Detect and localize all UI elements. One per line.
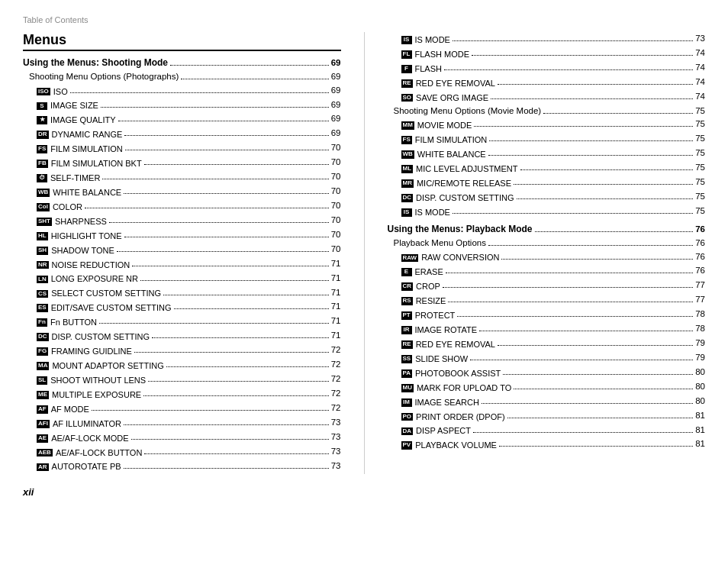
flash-icon: F xyxy=(401,65,412,73)
page-num: 73 xyxy=(695,32,705,46)
toc-label: MM MOVIE MODE xyxy=(401,119,472,132)
page-num: 75 xyxy=(695,161,705,175)
toc-is-mode-1: IS IS MODE 73 xyxy=(388,32,706,47)
toc-label: AF AF MODE xyxy=(37,403,89,416)
shadow-tone-icon: SH xyxy=(37,247,48,255)
page-num: 78 xyxy=(695,322,705,336)
color-icon: Col xyxy=(37,203,50,211)
toc-label: E ERASE xyxy=(401,266,443,279)
dots xyxy=(448,302,693,302)
toc-label: RE RED EYE REMOVAL xyxy=(401,77,495,90)
multiple-exposure-icon: ME xyxy=(37,391,49,399)
toc-label: AEB AE/AF-LOCK BUTTON xyxy=(37,447,142,460)
toc-label: SHT SHARPNESS xyxy=(37,215,107,228)
toc-playback-menu-options: Playback Menu Options 76 xyxy=(388,237,706,250)
toc-mic-level-adjustment: ML MIC LEVEL ADJUSTMENT 75 xyxy=(388,161,706,176)
toc-white-balance-movie: WB WHITE BALANCE 75 xyxy=(388,147,706,161)
page-num: 74 xyxy=(695,47,705,60)
dots xyxy=(443,287,693,288)
dots xyxy=(446,273,693,273)
toc-slide-show: SS SLIDE SHOW 79 xyxy=(388,351,706,366)
left-column: Menus Using the Menus: Shooting Mode 69 … xyxy=(23,32,341,474)
page-num: 69 xyxy=(331,56,341,70)
dots xyxy=(144,453,328,454)
dots xyxy=(181,79,328,79)
toc-self-timer: ⏱ SELF-TIMER 70 xyxy=(23,170,341,185)
toc-label: MU MARK FOR UPLOAD TO xyxy=(401,382,512,395)
dots xyxy=(514,184,693,185)
page-num: 70 xyxy=(331,243,341,256)
toc-image-size: S IMAGE SIZE 69 xyxy=(23,98,341,113)
disp-aspect-icon: DA xyxy=(401,427,414,436)
toc-mark-for-upload: MU MARK FOR UPLOAD TO 80 xyxy=(388,380,706,395)
toc-label: S IMAGE SIZE xyxy=(37,99,98,112)
toc-color: Col COLOR 70 xyxy=(23,199,341,214)
toc-label: ML MIC LEVEL ADJUSTMENT xyxy=(401,163,518,176)
select-custom-setting-icon: CS xyxy=(37,290,48,298)
image-search-icon: IM xyxy=(401,398,412,407)
page-num: 73 xyxy=(331,460,341,473)
toc-red-eye-removal-1: RE RED EYE REMOVAL 74 xyxy=(388,76,706,90)
toc-white-balance: WB WHITE BALANCE 70 xyxy=(23,185,341,199)
page-num: 71 xyxy=(331,315,341,328)
dots xyxy=(503,374,693,375)
dots xyxy=(124,468,329,469)
print-order-icon: PO xyxy=(401,413,414,421)
edit-save-custom-setting-icon: ES xyxy=(37,304,48,312)
toc-label: DC DISP. CUSTOM SETTING xyxy=(37,331,150,344)
toc-movie-mode: MM MOVIE MODE 75 xyxy=(388,118,706,132)
crop-icon: CR xyxy=(401,282,414,291)
dots xyxy=(453,213,693,214)
right-column: IS IS MODE 73 FL FLASH MODE 74 F FLASH 7… xyxy=(388,32,706,474)
page-footer: xii xyxy=(23,486,705,498)
autorotate-pb-icon: AR xyxy=(37,463,49,472)
toc-label: ★ IMAGE QUALITY xyxy=(37,114,116,127)
iso-icon: ISO xyxy=(37,88,50,96)
toc-label: LN LONG EXPOSURE NR xyxy=(37,273,138,286)
dots xyxy=(140,280,329,281)
toc-label: PV PLAYBACK VOLUME xyxy=(401,439,497,452)
toc-is-mode-movie: IS IS MODE 75 xyxy=(388,205,706,219)
toc-disp-custom-setting: DC DISP. CUSTOM SETTING 71 xyxy=(23,329,341,344)
toc-flash-mode: FL FLASH MODE 74 xyxy=(388,47,706,61)
dots xyxy=(85,208,329,208)
page-num: 73 xyxy=(331,445,341,459)
page-num: 70 xyxy=(331,141,341,155)
dots xyxy=(132,266,328,266)
toc-framing-guideline: FG FRAMING GUIDLINE 72 xyxy=(23,344,341,358)
toc-long-exposure-nr: LN LONG EXPOSURE NR 71 xyxy=(23,272,341,286)
toc-label: PO PRINT ORDER (DPOF) xyxy=(401,411,505,424)
toc-film-sim: FS FILM SIMULATION 70 xyxy=(23,141,341,156)
dots xyxy=(498,84,693,85)
toc-crop: CR CROP 77 xyxy=(388,279,706,293)
toc-noise-reduction: NR NOISE REDUCTION 71 xyxy=(23,257,341,272)
toc-label: AFI AF ILLUMINATOR xyxy=(37,418,121,431)
toc-disp-custom-setting-movie: DC DISP. CUSTOM SETTING 75 xyxy=(388,190,706,205)
toc-entry-shooting-mode: Using the Menus: Shooting Mode 69 xyxy=(23,56,341,70)
page-num: 70 xyxy=(331,228,341,242)
dots xyxy=(499,446,693,447)
page-num: 69 xyxy=(331,70,341,84)
page-num: 76 xyxy=(695,264,705,278)
page-num: 69 xyxy=(331,84,341,98)
toc-label: FS FILM SIMULATION xyxy=(401,134,488,147)
page-num: 80 xyxy=(695,380,705,394)
page-num: 73 xyxy=(331,431,341,444)
toc-label: IR IMAGE ROTATE xyxy=(401,324,478,337)
dots xyxy=(102,179,328,179)
flash-mode-icon: FL xyxy=(401,50,412,59)
toc-label: SS SLIDE SHOW xyxy=(401,353,469,366)
page-num: 76 xyxy=(695,237,705,250)
dots xyxy=(124,193,329,194)
dots xyxy=(101,107,329,108)
image-rotate-icon: IR xyxy=(401,326,412,334)
dots xyxy=(163,295,329,295)
page-num: 72 xyxy=(331,344,341,357)
toc-ae-af-lock-mode: AE AE/AF-LOCK MODE 73 xyxy=(23,431,341,445)
toc-multiple-exposure: ME MULTIPLE EXPOSURE 72 xyxy=(23,387,341,402)
film-sim-bkt-icon: FB xyxy=(37,160,48,168)
page-num: 75 xyxy=(695,105,705,118)
page-num: 69 xyxy=(331,127,341,140)
toc-save-org-image: SO SAVE ORG IMAGE 74 xyxy=(388,90,706,105)
toc-mount-adaptor: MA MOUNT ADAPTOR SETTING 72 xyxy=(23,358,341,373)
